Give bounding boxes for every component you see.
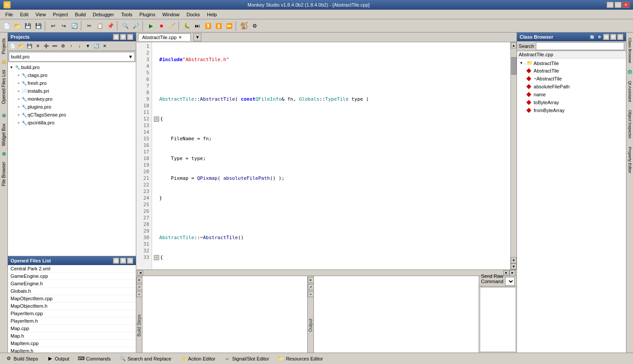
vscroll-up-btn[interactable]: ▲	[511, 42, 517, 48]
tab-projects[interactable]: Projects	[0, 34, 7, 58]
toolbar-paste[interactable]: 📌	[106, 21, 115, 31]
raw-command-select[interactable]	[505, 277, 515, 286]
bottom-tab-search-replace[interactable]: 🔍 Search and Replace	[116, 354, 175, 363]
class-item-abstracttile[interactable]: AbstractTile	[525, 67, 625, 75]
build-close-btn[interactable]: ✕	[136, 277, 142, 283]
class-item-abstracttile-root[interactable]: ▼ - 📁 AbstractTile	[518, 59, 625, 67]
file-mapobjectitem-cpp[interactable]: MapObjectItem.cpp	[8, 295, 136, 302]
toolbar-redo[interactable]: ↪	[59, 21, 69, 31]
class-search-input[interactable]	[536, 42, 624, 50]
proj-new[interactable]: 📄	[9, 42, 17, 50]
toolbar-save[interactable]: 💾	[23, 21, 33, 31]
proj-close2[interactable]: ✕	[101, 42, 109, 50]
class-item-name[interactable]: name	[525, 91, 625, 98]
toolbar-stop[interactable]: ■	[156, 21, 166, 31]
proj-down[interactable]: ↓	[76, 42, 84, 50]
h-scrollbar[interactable]: ◄ ► ►	[136, 269, 517, 276]
toolbar-clean[interactable]: 🧹	[167, 21, 177, 31]
proj-open[interactable]: 📂	[17, 42, 25, 50]
vscroll-bottom-btn[interactable]: ▼	[511, 263, 517, 269]
menu-plugins[interactable]: Plugins	[136, 11, 159, 18]
expand-qscintilla[interactable]: +	[18, 121, 20, 125]
tab-file-browser[interactable]: File Browser	[0, 158, 7, 190]
class-item-tobytearray[interactable]: toByteArray	[525, 98, 625, 106]
tab-dropdown-btn[interactable]: ▼	[193, 33, 201, 41]
bottom-tab-commands[interactable]: ⌨ Commands	[74, 354, 115, 363]
expand-fresh[interactable]: +	[18, 81, 20, 85]
hscroll-right-btn[interactable]: ►	[503, 270, 509, 275]
tree-item-fresh[interactable]: + 🔧 fresh.pro	[9, 79, 135, 87]
expand-qctags[interactable]: +	[18, 113, 20, 117]
left-tab-icon2[interactable]	[1, 113, 7, 119]
cb-float-btn[interactable]: ⧉	[610, 34, 616, 40]
fold-4[interactable]: -	[154, 116, 159, 122]
toolbar-settings[interactable]: ⚙	[250, 21, 259, 31]
files-float-btn[interactable]: ⧉	[120, 258, 126, 264]
vscroll-track[interactable]	[511, 48, 517, 257]
toolbar-save-all[interactable]: 💾	[33, 21, 43, 31]
code-editor[interactable]: #include "AbstractTile.h" AbstractTile::…	[152, 42, 510, 269]
class-item-absfilepath[interactable]: absoluteFilePath	[525, 83, 625, 91]
tab-qt-assistant[interactable]: Qt Assistant	[627, 77, 633, 106]
projects-restore-btn[interactable]: ⊞	[113, 34, 119, 40]
toolbar-build[interactable]: ▶	[146, 21, 156, 31]
bottom-tab-output[interactable]: ▶ Output	[43, 354, 73, 363]
rs-icon1[interactable]: Q	[627, 68, 633, 76]
expand-plugins[interactable]: +	[18, 105, 20, 109]
file-playeritem-h[interactable]: PlayerItem.h	[8, 317, 136, 325]
menu-view[interactable]: View	[32, 11, 50, 18]
editor-tab-abstracttile[interactable]: AbstractTile.cpp ✕	[138, 33, 191, 41]
expand-installs[interactable]: +	[18, 89, 20, 93]
output-content[interactable]	[314, 276, 479, 353]
class-item-frombytearray[interactable]: fromByteArray	[525, 106, 625, 114]
build-expand-btn[interactable]: »	[136, 291, 142, 297]
proj-save[interactable]: 💾	[25, 42, 33, 50]
proj-settings[interactable]: ⚙	[59, 42, 67, 50]
cb-refresh-btn[interactable]: 🔄	[589, 34, 595, 40]
class-item-dtor-abstracttile[interactable]: ~AbstractTile	[525, 75, 625, 83]
menu-window[interactable]: Window	[159, 11, 183, 18]
tree-item-installs[interactable]: + 📄 installs.pri	[9, 87, 135, 95]
tree-item-qscintilla[interactable]: + 🔧 qscintilla.pro	[9, 119, 135, 127]
output-close-btn[interactable]: ✕	[308, 277, 314, 283]
raw-output-content[interactable]	[480, 288, 516, 352]
tree-item-ctags[interactable]: + 🔧 ctags.pro	[9, 71, 135, 79]
toolbar-cut[interactable]: ✂	[84, 21, 94, 31]
project-selector[interactable]: build.pro ▼	[9, 52, 135, 62]
proj-close[interactable]: ✕	[34, 42, 42, 50]
menu-help[interactable]: Help	[204, 11, 221, 18]
bottom-tab-resources[interactable]: 📁 Resources Editor	[274, 354, 327, 363]
tree-item-monkey[interactable]: + 🔧 monkey.pro	[9, 95, 135, 103]
toolbar-monkey[interactable]: 🐒	[239, 21, 249, 31]
proj-filter[interactable]: ▼	[84, 42, 92, 50]
proj-remove[interactable]: ➖	[51, 42, 58, 50]
menu-project[interactable]: Project	[49, 11, 71, 18]
left-tab-icon1[interactable]	[1, 59, 7, 65]
tree-item-buildpro[interactable]: ▼ 🔧 build.pro	[9, 63, 135, 71]
file-mapobjectitem-h[interactable]: MapObjectItem.h	[8, 302, 136, 310]
hscroll-left-btn[interactable]: ◄	[137, 270, 143, 275]
file-map-cpp[interactable]: Map.cpp	[8, 325, 136, 332]
toolbar-reload[interactable]: 🔄	[69, 21, 79, 31]
expand-abstracttile[interactable]: ▼	[520, 61, 523, 65]
toolbar-step[interactable]: ⏭	[193, 21, 202, 31]
close-button[interactable]: ✕	[622, 2, 629, 8]
cb-close-btn[interactable]: ✕	[617, 34, 623, 40]
left-tab-icon3[interactable]	[1, 151, 7, 157]
maximize-button[interactable]: □	[615, 2, 622, 8]
cb-settings-btn[interactable]: ⚙	[596, 34, 602, 40]
expand-monkey[interactable]: +	[18, 97, 20, 101]
hscroll-right2-btn[interactable]: ►	[509, 270, 516, 276]
toolbar-new[interactable]: 📄	[2, 21, 11, 31]
tab-property-editor[interactable]: Property Editor	[627, 143, 633, 177]
projects-close-btn[interactable]: ✕	[127, 34, 133, 40]
menu-file[interactable]: File	[2, 11, 17, 18]
menu-edit[interactable]: Edit	[17, 11, 32, 18]
files-close-btn[interactable]: ✕	[127, 258, 133, 264]
tab-widget-box[interactable]: Widget Box	[0, 120, 7, 150]
tab-arrow-btn[interactable]: ▼	[193, 33, 201, 41]
file-central-park[interactable]: Central Park 2.xml	[8, 265, 136, 273]
file-map-h[interactable]: Map.h	[8, 332, 136, 340]
code-vscroll[interactable]: ▲ ▼ ▼	[510, 42, 517, 269]
expand-ctags[interactable]: +	[18, 73, 20, 77]
